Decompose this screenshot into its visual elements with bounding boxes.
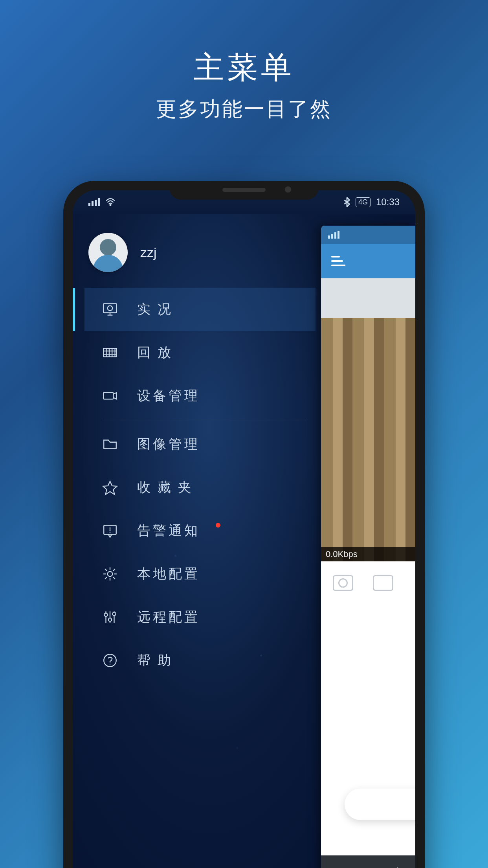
promo-heading: 主菜单 更多功能一目了然 <box>0 0 488 123</box>
peek-status-bar <box>321 226 415 244</box>
floating-pill[interactable] <box>345 789 415 820</box>
live-video-tile[interactable]: 0.0Kbps <box>321 278 415 561</box>
svg-point-10 <box>104 654 116 667</box>
peek-toolbar <box>321 561 415 605</box>
star-icon <box>102 479 118 496</box>
phone-notch <box>169 181 319 200</box>
bottom-item-alarm-output[interactable]: 告警输出 <box>321 855 372 868</box>
menu-divider <box>102 420 308 420</box>
svg-point-2 <box>108 306 113 311</box>
svg-point-6 <box>108 572 113 577</box>
menu-label: 图像管理 <box>137 435 200 453</box>
svg-rect-1 <box>103 303 117 313</box>
signal-icon <box>328 231 339 239</box>
menu-label: 回放 <box>137 344 178 362</box>
profile-row[interactable]: zzj <box>84 226 316 288</box>
folder-icon <box>102 436 118 452</box>
film-icon <box>102 344 118 361</box>
bitrate-label: 0.0Kbps <box>321 547 415 561</box>
menu-item-remote-config[interactable]: 远程配置 <box>84 596 316 639</box>
side-drawer: zzj 实况 回放 <box>73 214 316 868</box>
avatar <box>88 233 128 272</box>
phone-frame: 4G 10:33 zzj 实况 <box>63 181 425 868</box>
svg-point-7 <box>104 613 107 616</box>
signal-icon <box>88 198 100 206</box>
peek-bottom-bar: 告警输出 云 <box>321 855 415 868</box>
monitor-icon <box>102 301 118 318</box>
menu-label: 远程配置 <box>137 608 200 626</box>
menu-item-device-management[interactable]: 设备管理 <box>84 374 316 417</box>
bottom-item-ptz[interactable]: 云 <box>372 855 415 868</box>
menu-item-alarm-notification[interactable]: 告警通知 <box>84 509 316 552</box>
content-peek-panel[interactable]: 0.0Kbps 告警输出 云 <box>321 226 415 868</box>
menu-label: 设备管理 <box>137 387 200 405</box>
svg-point-0 <box>110 204 111 206</box>
svg-point-8 <box>108 618 112 621</box>
menu-label: 实况 <box>137 300 178 318</box>
menu-item-image-management[interactable]: 图像管理 <box>84 423 316 466</box>
wifi-icon <box>105 198 116 206</box>
sliders-icon <box>102 609 118 625</box>
menu-item-playback[interactable]: 回放 <box>84 331 316 374</box>
camera-device-icon <box>102 388 118 404</box>
svg-rect-4 <box>103 393 113 399</box>
main-menu: 实况 回放 设备管理 <box>84 288 316 682</box>
record-icon[interactable] <box>373 575 393 591</box>
phone-screen: 4G 10:33 zzj 实况 <box>73 190 415 868</box>
menu-item-local-config[interactable]: 本地配置 <box>84 552 316 596</box>
bluetooth-icon <box>344 197 350 207</box>
menu-label: 本地配置 <box>137 565 200 583</box>
snapshot-icon[interactable] <box>333 575 353 591</box>
gear-icon <box>102 566 118 582</box>
peek-app-bar <box>321 244 415 278</box>
promo-title: 主菜单 <box>0 47 488 88</box>
peek-blank-area <box>321 605 415 855</box>
status-time: 10:33 <box>376 197 400 208</box>
menu-item-favorites[interactable]: 收藏夹 <box>84 466 316 509</box>
menu-label: 帮助 <box>137 651 178 669</box>
network-indicator: 4G <box>356 197 371 207</box>
notification-dot <box>216 523 220 528</box>
menu-label: 收藏夹 <box>137 478 198 497</box>
hamburger-icon[interactable] <box>331 256 345 266</box>
promo-subtitle: 更多功能一目了然 <box>0 96 488 123</box>
username-label: zzj <box>140 245 157 260</box>
svg-point-9 <box>112 612 116 615</box>
menu-item-help[interactable]: 帮助 <box>84 639 316 682</box>
menu-item-live[interactable]: 实况 <box>84 288 316 331</box>
alert-bubble-icon <box>102 522 118 539</box>
menu-label: 告警通知 <box>137 522 200 540</box>
help-icon <box>102 652 118 669</box>
